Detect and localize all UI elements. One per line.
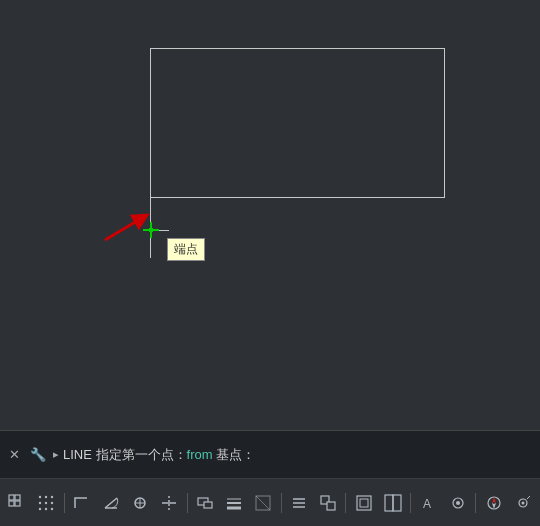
command-line: ✕ 🔧 ▸ LINE 指定第一个点：from 基点： — [0, 430, 540, 478]
separator-6 — [475, 493, 476, 513]
command-prompt: LINE 指定第一个点：from 基点： — [63, 446, 534, 464]
settings-icon[interactable]: 🔧 — [27, 447, 49, 462]
grid-toggle-button[interactable] — [4, 489, 31, 517]
compass-button[interactable] — [480, 489, 507, 517]
expand-icon[interactable]: ▸ — [53, 448, 59, 461]
transparency-button[interactable] — [250, 489, 277, 517]
isolate-button[interactable] — [509, 489, 536, 517]
svg-point-12 — [39, 507, 41, 509]
svg-rect-2 — [9, 495, 14, 500]
separator-3 — [281, 493, 282, 513]
osnap-button[interactable] — [127, 489, 154, 517]
snap-button[interactable] — [33, 489, 60, 517]
svg-rect-4 — [9, 501, 14, 506]
from-keyword: from — [187, 447, 213, 462]
svg-line-1 — [105, 218, 142, 240]
svg-point-43 — [521, 501, 524, 504]
separator-1 — [64, 493, 65, 513]
separator-5 — [410, 493, 411, 513]
svg-rect-33 — [360, 499, 368, 507]
svg-point-14 — [51, 507, 53, 509]
annotation-scale-button[interactable]: A — [415, 489, 442, 517]
svg-point-8 — [51, 495, 53, 497]
svg-point-38 — [456, 501, 460, 505]
snap-tooltip: 端点 — [167, 238, 205, 261]
svg-point-10 — [45, 501, 47, 503]
svg-rect-5 — [15, 501, 20, 506]
svg-rect-34 — [385, 495, 393, 511]
cad-horizontal-line — [159, 230, 169, 231]
svg-point-9 — [39, 501, 41, 503]
dyn-button[interactable] — [192, 489, 219, 517]
svg-rect-21 — [204, 502, 212, 508]
model-space-button[interactable] — [350, 489, 377, 517]
close-command-icon[interactable]: ✕ — [6, 447, 23, 462]
viewport-button[interactable] — [379, 489, 406, 517]
svg-rect-31 — [327, 502, 335, 510]
cad-canvas: 端点 — [0, 0, 540, 430]
polar-button[interactable] — [98, 489, 125, 517]
svg-rect-32 — [357, 496, 371, 510]
svg-line-44 — [527, 496, 530, 499]
svg-point-11 — [51, 501, 53, 503]
svg-marker-40 — [492, 497, 496, 503]
svg-rect-35 — [393, 495, 401, 511]
separator-4 — [345, 493, 346, 513]
lineweight-button[interactable] — [221, 489, 248, 517]
separator-2 — [187, 493, 188, 513]
otrack-button[interactable] — [156, 489, 183, 517]
svg-point-7 — [45, 495, 47, 497]
svg-marker-41 — [492, 503, 496, 509]
svg-point-6 — [39, 495, 41, 497]
ortho-button[interactable] — [69, 489, 96, 517]
snap-tooltip-text: 端点 — [174, 242, 198, 256]
annotation-visibility-button[interactable] — [444, 489, 471, 517]
svg-text:A: A — [423, 497, 431, 511]
cad-rectangle — [150, 48, 445, 198]
quickprops-button[interactable] — [285, 489, 312, 517]
svg-rect-3 — [15, 495, 20, 500]
svg-line-26 — [256, 496, 270, 510]
svg-point-13 — [45, 507, 47, 509]
selection-cycle-button[interactable] — [314, 489, 341, 517]
toolbar: A — [0, 478, 540, 526]
